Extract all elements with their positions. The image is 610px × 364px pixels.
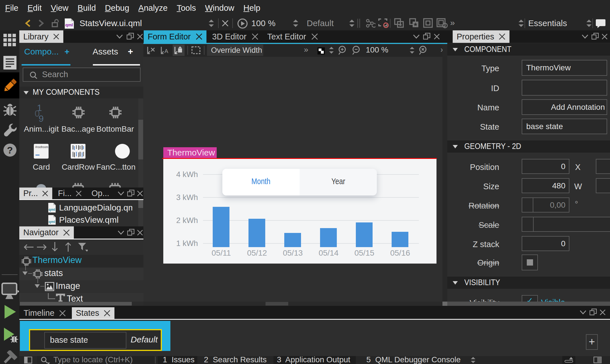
svg-text:A: A bbox=[164, 48, 168, 54]
svg-text:?: ? bbox=[7, 145, 13, 155]
svg-text:qml: qml bbox=[65, 22, 73, 27]
svg-text:9: 9 bbox=[39, 113, 44, 122]
svg-text:qml: qml bbox=[49, 220, 55, 224]
svg-text:qml: qml bbox=[49, 207, 55, 212]
